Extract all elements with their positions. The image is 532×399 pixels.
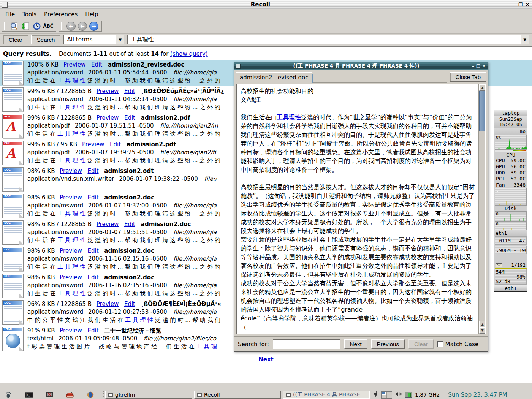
taskbar-separator[interactable] (441, 391, 443, 398)
workspace-pager-icon[interactable] (381, 391, 392, 399)
next-page-icon[interactable]: → (89, 22, 98, 31)
find-input[interactable] (273, 339, 340, 349)
taskbar-separator[interactable] (101, 391, 104, 398)
preview-link[interactable]: Preview (60, 247, 82, 254)
next-page-link[interactable]: Next (258, 356, 274, 363)
taskbar-task-button[interactable]: gkrellm (105, 391, 192, 399)
file-type-label: HTML (3, 328, 22, 331)
file-icon: DOC (2, 167, 24, 192)
cpu-frequency-icon[interactable] (405, 392, 412, 398)
result-relevance-size: 98% 6 KB (27, 274, 55, 281)
fan-chart[interactable] (495, 188, 527, 206)
query-input[interactable]: 工具理性 ▼ (127, 35, 529, 44)
result-relevance-size: 99% 6 KB / 1228865 B (27, 88, 92, 95)
preview-link[interactable]: Preview (60, 168, 82, 174)
edit-link[interactable]: Edit (124, 221, 135, 228)
edit-link[interactable]: Edit (110, 141, 121, 148)
preview-link[interactable]: Preview (97, 301, 119, 307)
edit-link[interactable]: Edit (124, 114, 135, 121)
maximize-icon[interactable]: ❐ (518, 2, 523, 8)
edit-link[interactable]: Edit (88, 247, 99, 254)
search-button[interactable]: Search (31, 35, 61, 44)
edit-link[interactable]: Edit (88, 274, 99, 281)
db-value: 52 dB (496, 279, 510, 284)
preview-link[interactable]: Preview (82, 141, 104, 148)
disk-write-chart[interactable]: 0 (495, 221, 527, 230)
result-mimetype: application/msword (27, 282, 83, 289)
gnome-menu-icon[interactable] (5, 391, 12, 399)
find-previous-button[interactable]: Previous (371, 339, 405, 349)
edit-link[interactable]: Edit (88, 327, 99, 334)
preview-text-area[interactable]: 高校招生的社会功能和目的 文/钱江 我们生活在□工具理性泛滥的时代。作为“世之显… (236, 84, 486, 334)
prev-page-icon[interactable]: ← (78, 22, 87, 31)
eth-row: eth1 (494, 230, 527, 236)
minimize-icon[interactable]: – (513, 2, 516, 8)
preview-link[interactable]: Preview (60, 274, 82, 281)
maximize-icon[interactable]: ❐ (476, 63, 480, 69)
scroll-down-icon[interactable]: ▼ (479, 327, 486, 334)
show-query-link[interactable]: (show query) (170, 51, 208, 57)
history-clock-icon[interactable] (32, 22, 41, 31)
close-icon[interactable]: ✕ (482, 63, 486, 69)
window-icon (286, 393, 291, 397)
find-next-button[interactable]: Next (344, 339, 367, 349)
edit-link[interactable]: Edit (91, 61, 102, 68)
power-plug-icon[interactable] (374, 391, 378, 399)
taskbar-task-button[interactable]: ((工 PHRASE 4 具 PHRASE ... (283, 391, 370, 399)
gkrellm-hostname[interactable]: laptop (494, 110, 527, 116)
scroll-up-icon[interactable]: ▲ (479, 84, 486, 91)
find-clear-button[interactable]: Clear (408, 339, 434, 349)
edit-link[interactable]: Edit (88, 168, 99, 174)
taskbar-task-button[interactable]: Recoll (194, 391, 281, 399)
results-total: 14 (151, 51, 159, 57)
sort-order-icon[interactable] (21, 22, 30, 31)
terminal-icon[interactable]: >_ (25, 391, 33, 399)
close-tab-button[interactable]: Close Tab (450, 72, 486, 82)
scrollbar-thumb[interactable] (479, 91, 486, 131)
preview-scrollbar[interactable]: ▲ ▲ ▼ (478, 84, 485, 334)
edit-link[interactable]: Edit (124, 88, 135, 95)
preview-titlebar[interactable]: ((工 PHRASE 4 具 PHRASE 4 理 PHRASE 4 性)) –… (234, 62, 488, 70)
menu-preferences[interactable]: Preferences (41, 10, 81, 19)
first-page-icon[interactable]: ← (66, 22, 76, 31)
scroll-up-icon[interactable]: ▲ (479, 321, 486, 328)
taskbar-clock[interactable]: Sun Sep 23, 3:47 PM (448, 391, 507, 398)
search-row: Clear Search All terms ▼ 工具理性 ▼ (0, 33, 532, 46)
preview-link[interactable]: Preview (97, 221, 119, 228)
menu-file[interactable]: File (2, 10, 18, 19)
term-explorer-icon[interactable]: ÅBĈ (44, 22, 53, 31)
advanced-search-icon[interactable] (10, 22, 19, 31)
window-menu-button[interactable] (2, 2, 8, 8)
menu-help[interactable]: Help (82, 10, 101, 19)
minimize-icon[interactable]: – (472, 63, 474, 69)
match-case-checkbox[interactable] (437, 341, 443, 347)
clear-button[interactable]: Clear (3, 35, 28, 44)
search-mode-select[interactable]: All terms ▼ (63, 35, 124, 44)
menu-tools[interactable]: Tools (19, 10, 40, 19)
mail-row[interactable]: 1/192 (494, 262, 527, 268)
logout-display-icon[interactable] (46, 391, 53, 399)
typewriter-icon[interactable] (66, 391, 74, 399)
cpu-chart[interactable]: 0% (495, 135, 527, 150)
chevron-down-icon[interactable]: ▼ (116, 35, 124, 44)
edit-link[interactable]: Edit (88, 194, 99, 201)
preview-link[interactable]: Preview (60, 194, 82, 201)
preview-link[interactable]: Preview (97, 88, 119, 95)
edit-link[interactable]: Edit (124, 301, 135, 307)
preview-window-menu-button[interactable] (236, 64, 241, 69)
volume-icon[interactable] (395, 391, 402, 398)
cpu-meter (495, 150, 527, 152)
close-icon[interactable]: ✕ (525, 2, 530, 8)
file-type-label: DOC (3, 275, 22, 278)
preview-link[interactable]: Preview (97, 114, 119, 121)
preview-link[interactable]: Preview (60, 327, 82, 334)
toolbar-grip[interactable] (61, 22, 63, 30)
chevron-down-icon[interactable]: ▼ (521, 35, 529, 44)
preview-tab[interactable]: admission2...evised.doc (236, 72, 312, 83)
firefox-icon[interactable] (87, 391, 94, 399)
file-type-label: DOC (3, 195, 22, 198)
disk-read-chart[interactable]: 0 (495, 211, 527, 221)
toolbar-grip[interactable] (4, 22, 6, 30)
preview-link[interactable]: Preview (63, 61, 86, 68)
gkrellm-krell: mo (494, 128, 527, 135)
